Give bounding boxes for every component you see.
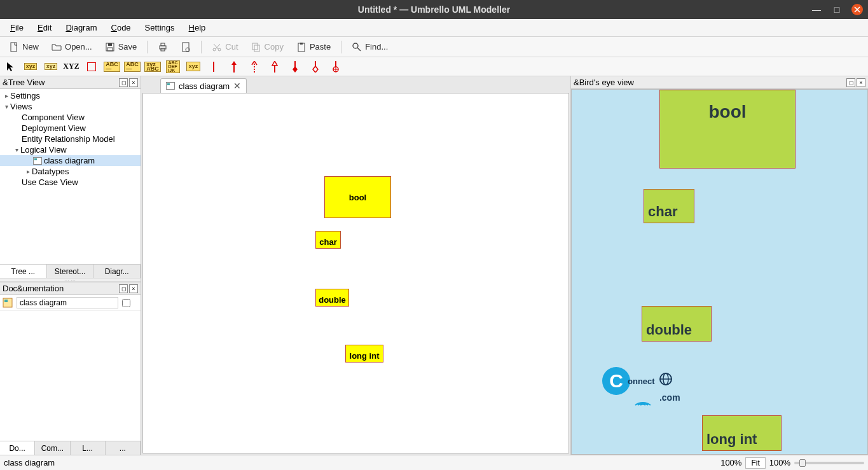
menu-diagram[interactable]: Diagram [59, 21, 103, 34]
class-tool[interactable]: xyz [24, 61, 37, 73]
print-button[interactable] [153, 40, 173, 54]
page-icon [181, 42, 191, 52]
logo-circle-icon: C [602, 367, 630, 395]
canvas-tab[interactable]: class diagram ✕ [160, 78, 247, 93]
pane-close-icon[interactable]: × [857, 78, 865, 87]
birdseye-shape-longint: long int [702, 415, 782, 451]
new-button[interactable]: New [4, 40, 44, 54]
menu-settings[interactable]: Settings [139, 21, 181, 34]
pane-close-icon[interactable]: × [129, 284, 138, 293]
left-panel: &Tree View ◻ × ▸Settings ▾Views Componen… [0, 76, 141, 455]
right-panel: &Bird's eye view ◻ × bool char double lo… [570, 76, 868, 455]
tab-diagrams[interactable]: Diagr... [93, 265, 141, 278]
tree-tabs: Tree ... Stereot... Diagr... [0, 264, 141, 278]
doc-element-icon [3, 298, 13, 308]
shape-double[interactable]: double [315, 289, 349, 307]
cut-button[interactable]: Cut [207, 40, 243, 54]
tree-node-usecase-view[interactable]: Use Case View [0, 177, 141, 188]
tree-node-views[interactable]: ▾Views [0, 101, 141, 112]
directed-assoc-tool[interactable] [228, 61, 240, 73]
pointer-tool[interactable] [4, 61, 17, 73]
tree-node-datatypes[interactable]: ▸Datatypes [0, 166, 141, 177]
interface-tool[interactable]: xyz [45, 61, 57, 73]
menu-file[interactable]: File [4, 21, 30, 34]
shape-longint[interactable]: long int [345, 345, 383, 363]
tree-node-class-diagram[interactable]: class diagram [0, 155, 141, 166]
tab-log[interactable]: L... [71, 441, 106, 455]
minimize-button[interactable]: — [811, 4, 822, 15]
birdseye-header: &Bird's eye view ◻ × [571, 76, 868, 89]
diagram-canvas[interactable]: bool char double long int [142, 93, 569, 453]
shape-char[interactable]: char [315, 231, 341, 249]
menu-bar: File Edit Diagram Code Settings Help [0, 19, 868, 37]
composition-tool[interactable] [309, 61, 322, 73]
pane-close-icon[interactable]: × [129, 78, 138, 87]
center-area: class diagram ✕ bool char double long in… [141, 76, 570, 455]
generalization-tool[interactable] [268, 61, 281, 73]
package-tool-3[interactable]: xyzABC [146, 61, 159, 73]
doc-checkbox[interactable] [122, 299, 130, 307]
pane-undock-icon[interactable]: ◻ [119, 284, 128, 293]
close-tab-icon[interactable]: ✕ [233, 81, 241, 91]
svg-rect-2 [11, 43, 17, 52]
zoom-slider[interactable] [794, 462, 864, 464]
enum-tool[interactable]: ABCDEFIJK [167, 61, 179, 73]
printer-icon [158, 42, 168, 52]
text-tool[interactable]: XYZ [65, 61, 78, 73]
print-preview-button[interactable] [176, 40, 196, 54]
find-button[interactable]: Find... [347, 40, 393, 54]
tree-node-logical-view[interactable]: ▾Logical View [0, 144, 141, 155]
documentation-header: Doc&umentation ◻ × [0, 282, 141, 295]
watermark-logo: C onnect .com [602, 367, 675, 395]
doc-name-input[interactable] [17, 297, 118, 308]
menu-edit[interactable]: Edit [31, 21, 58, 34]
menu-help[interactable]: Help [183, 21, 212, 34]
tree-view[interactable]: ▸Settings ▾Views Component View Deployme… [0, 89, 141, 264]
assoc-line-tool[interactable] [207, 61, 220, 73]
close-button[interactable] [851, 4, 863, 15]
birdseye-view[interactable]: bool char double long int C onnect .com [571, 89, 868, 455]
tab-comments[interactable]: Com... [35, 441, 70, 455]
aggregation-tool[interactable] [289, 61, 301, 73]
tab-tree[interactable]: Tree ... [0, 265, 47, 278]
svg-rect-14 [254, 45, 259, 52]
package-tool-2[interactable]: ABC— [126, 61, 139, 73]
doc-text-area[interactable] [0, 311, 141, 441]
wifi-icon [634, 394, 659, 406]
tab-stereotypes[interactable]: Stereot... [47, 265, 94, 278]
tree-node-component-view[interactable]: Component View [0, 112, 141, 123]
svg-rect-16 [300, 43, 303, 45]
box-tool[interactable] [85, 61, 98, 73]
component-tool[interactable]: xyz [187, 61, 200, 73]
save-button[interactable]: Save [100, 40, 142, 54]
shape-bool[interactable]: bool [324, 176, 391, 218]
tree-view-header: &Tree View ◻ × [0, 76, 141, 89]
new-file-icon [9, 42, 19, 52]
paste-button[interactable]: Paste [291, 40, 336, 54]
tree-node-deployment-view[interactable]: Deployment View [0, 123, 141, 134]
menu-code[interactable]: Code [105, 21, 137, 34]
package-tool-1[interactable]: ABC— [106, 61, 118, 73]
tab-more[interactable]: ... [106, 441, 141, 455]
search-icon [352, 42, 362, 52]
birdseye-shape-bool: bool [659, 90, 796, 169]
title-bar: Untitled * — Umbrello UML Modeller — □ [0, 0, 868, 19]
maximize-button[interactable]: □ [831, 4, 843, 15]
tab-doc[interactable]: Do... [0, 441, 35, 455]
open-button[interactable]: Open... [46, 40, 97, 54]
svg-point-12 [218, 48, 221, 51]
save-icon [105, 42, 115, 52]
containment-tool[interactable] [329, 61, 342, 73]
copy-button[interactable]: Copy [246, 40, 289, 54]
pane-undock-icon[interactable]: ◻ [846, 78, 855, 87]
status-text: class diagram [4, 458, 55, 467]
pane-undock-icon[interactable]: ◻ [119, 78, 128, 87]
tree-node-settings[interactable]: ▸Settings [0, 90, 141, 101]
svg-rect-4 [108, 43, 112, 46]
fit-button[interactable]: Fit [745, 457, 765, 469]
dependency-tool[interactable] [248, 61, 261, 73]
svg-rect-29 [4, 300, 8, 302]
tree-node-erm[interactable]: Entity Relationship Model [0, 134, 141, 144]
main-toolbar: New Open... Save Cut Copy Paste Find... [0, 37, 868, 57]
clipboard-icon [296, 42, 307, 52]
